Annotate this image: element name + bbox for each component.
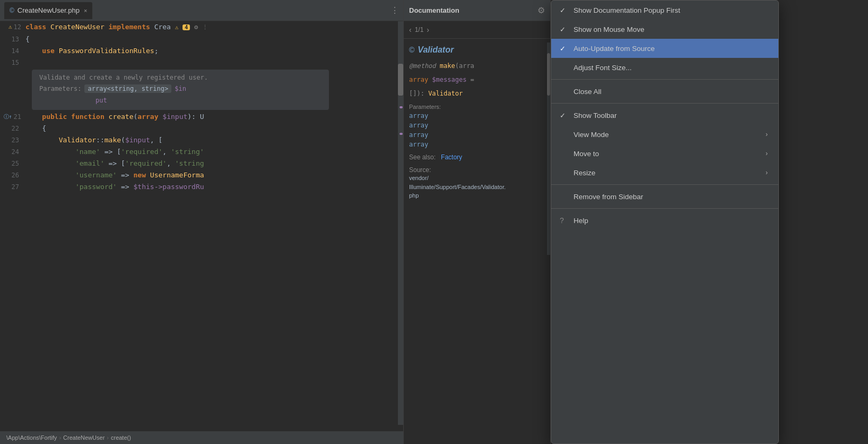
doc-param-type-4: array <box>409 141 428 148</box>
doc-see-also: See also: Factory <box>409 153 545 161</box>
doc-content-area: © Validator @method make(arra array $mes… <box>404 39 550 428</box>
menu-label-resize: Resize <box>574 169 761 177</box>
documentation-panel: Documentation ⚙ ‹ 1/1 › © Validator @met… <box>403 0 551 444</box>
menu-label-view-mode: View Mode <box>574 131 761 139</box>
doc-param-3: array <box>409 131 545 139</box>
line-number-22: 22 <box>0 123 25 134</box>
line-content-25: 'email' => ['required', 'string <box>25 158 403 169</box>
doc-class-label: Validator <box>418 45 454 55</box>
code-line-24: 24 'name' => ['required', 'string' <box>0 146 403 158</box>
menu-item-auto-update[interactable]: ✓ Auto-Update from Source <box>551 39 778 58</box>
menu-check-show-mouse-move: ✓ <box>560 25 569 33</box>
breadcrumb-app[interactable]: \App\Actions\Fortify <box>6 434 57 441</box>
menu-label-close-all: Close All <box>574 88 768 96</box>
line-number-27: 27 <box>0 181 25 193</box>
code-line-12: ⚠ 12 class CreateNewUser implements Crea… <box>0 21 403 33</box>
menu-item-close-all[interactable]: Close All <box>551 82 778 101</box>
line-content-15 <box>25 57 403 69</box>
doc-param-type-2: array <box>409 122 428 129</box>
doc-param-type-1: array <box>409 112 428 119</box>
line-number-14: 14 <box>0 45 25 57</box>
line-content-23: Validator::make($input, [ <box>25 134 403 146</box>
menu-item-help[interactable]: ? Help <box>551 211 778 230</box>
doc-param-4: array <box>409 141 545 148</box>
code-line-14: 14 use PasswordValidationRules; <box>0 45 403 57</box>
line-content-27: 'password' => $this->passwordRu <box>25 181 403 193</box>
scrollbar-thumb[interactable] <box>398 64 403 96</box>
line-number-21: Ⓘ↑ 21 <box>0 111 25 123</box>
line-content-21: public function create(array $input): U <box>25 111 403 123</box>
breadcrumb-sep1: › <box>59 434 61 441</box>
doc-hint-title: Validate and create a newly registered u… <box>39 74 322 81</box>
menu-item-view-mode[interactable]: View Mode › <box>551 125 778 144</box>
php-file-icon: © <box>10 7 14 14</box>
line-content-14: use PasswordValidationRules; <box>25 45 403 57</box>
doc-see-also-link[interactable]: Factory <box>441 153 462 161</box>
code-line-25: 25 'email' => ['required', 'string <box>0 158 403 169</box>
doc-source-label: Source: <box>409 166 431 174</box>
doc-see-also-label: See also: <box>409 153 436 161</box>
line-content-12: class CreateNewUser implements Crea ⚠ 4 … <box>25 21 403 33</box>
menu-help-icon: ? <box>560 216 569 225</box>
menu-check-auto-update: ✓ <box>560 45 569 53</box>
breadcrumb-method[interactable]: create() <box>111 434 131 441</box>
doc-scrollbar[interactable] <box>547 42 550 255</box>
editor-tab[interactable]: © CreateNewUser.php × <box>4 2 92 19</box>
menu-check-show-toolbar: ✓ <box>560 112 569 119</box>
doc-panel-header: Documentation ⚙ <box>404 0 550 21</box>
doc-settings-icon[interactable]: ⚙ <box>537 5 545 15</box>
menu-check-adjust-font <box>560 64 569 72</box>
menu-check-show-doc-popup: ✓ <box>560 6 569 14</box>
line-number-12: ⚠ 12 <box>0 21 25 33</box>
menu-label-show-mouse-move: Show on Mouse Move <box>574 25 768 33</box>
breadcrumb-sep2: › <box>107 434 109 441</box>
menu-item-show-toolbar[interactable]: ✓ Show Toolbar <box>551 106 778 125</box>
menu-label-show-doc-popup: Show Documentation Popup First <box>574 6 768 14</box>
line-number-24: 24 <box>0 146 25 158</box>
tab-filename: CreateNewUser.php <box>18 6 80 14</box>
doc-param-type-3: array <box>409 131 428 139</box>
menu-item-resize[interactable]: Resize › <box>551 163 778 182</box>
doc-method-signature: @method make(arra <box>409 61 545 71</box>
menu-item-move-to[interactable]: Move to › <box>551 144 778 163</box>
menu-item-show-doc-popup[interactable]: ✓ Show Documentation Popup First <box>551 1 778 20</box>
doc-scrollbar-thumb[interactable] <box>547 53 550 96</box>
menu-check-close-all <box>560 88 569 96</box>
doc-navigation: ‹ 1/1 › <box>404 21 550 39</box>
doc-source: Source: vendor/Illuminate/Support/Facade… <box>409 166 545 200</box>
tab-close-button[interactable]: × <box>84 7 87 14</box>
line-content-24: 'name' => ['required', 'string' <box>25 146 403 158</box>
menu-item-adjust-font[interactable]: Adjust Font Size... <box>551 58 778 77</box>
tab-more-button[interactable]: ⋮ <box>390 5 399 15</box>
doc-nav-prev[interactable]: ‹ <box>409 25 412 34</box>
line-number-13: 13 <box>0 33 25 45</box>
line-content-26: 'username' => new UsernameForma <box>25 169 403 181</box>
menu-check-resize <box>560 169 569 177</box>
menu-item-show-mouse-move[interactable]: ✓ Show on Mouse Move <box>551 20 778 39</box>
breadcrumb-class[interactable]: CreateNewUser <box>63 434 105 441</box>
menu-label-adjust-font: Adjust Font Size... <box>574 64 768 72</box>
doc-param-2: array <box>409 122 545 129</box>
menu-check-view-mode <box>560 131 569 139</box>
breadcrumb: \App\Actions\Fortify › CreateNewUser › c… <box>0 431 403 444</box>
code-line-15: 15 <box>0 57 403 69</box>
line-number-23: 23 <box>0 134 25 146</box>
doc-method-return: []): Validator <box>409 89 545 98</box>
menu-item-remove-sidebar[interactable]: Remove from Sidebar <box>551 187 778 206</box>
menu-divider-2 <box>551 103 778 104</box>
menu-label-move-to: Move to <box>574 150 761 158</box>
doc-param-1: array <box>409 112 545 119</box>
line-number-26: 26 <box>0 169 25 181</box>
context-menu: ✓ Show Documentation Popup First ✓ Show … <box>551 0 779 444</box>
menu-divider-4 <box>551 208 778 209</box>
param-type-box: array<string, string> <box>84 84 171 93</box>
editor-scrollbar[interactable] <box>398 21 403 425</box>
code-editor[interactable]: ⚠ 12 class CreateNewUser implements Crea… <box>0 21 403 193</box>
menu-label-auto-update: Auto-Update from Source <box>574 45 768 53</box>
editor-panel: © CreateNewUser.php × ⋮ ⚠ 12 class Creat… <box>0 0 403 444</box>
code-line-21: Ⓘ↑ 21 public function create(array $inpu… <box>0 111 403 123</box>
code-line-27: 27 'password' => $this->passwordRu <box>0 181 403 193</box>
doc-nav-next[interactable]: › <box>427 25 429 34</box>
line-content-22: { <box>25 123 403 134</box>
code-line-13: 13 { <box>0 33 403 45</box>
